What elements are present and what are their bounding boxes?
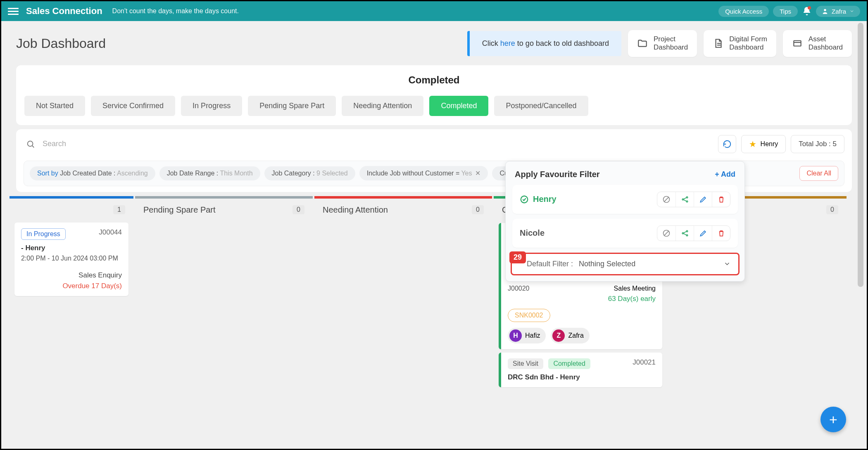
job-id: J00044	[99, 228, 122, 237]
tab-pending-spare-part[interactable]: Pending Spare Part	[248, 96, 336, 116]
job-category: Sales Meeting	[614, 285, 656, 292]
search-input[interactable]	[40, 135, 713, 152]
svg-line-21	[683, 234, 686, 235]
tips-button[interactable]: Tips	[773, 6, 798, 17]
add-job-fab[interactable]: +	[820, 407, 846, 432]
add-favourite-button[interactable]: + Add	[715, 170, 735, 179]
svg-rect-3	[794, 41, 801, 46]
column-count: 0	[472, 205, 484, 214]
tab-completed[interactable]: Completed	[429, 96, 488, 116]
favourite-filter-button[interactable]: ★ Henry	[741, 135, 786, 153]
job-company: DRC Sdn Bhd - Henry	[508, 373, 656, 381]
reference-badge: SNK0002	[508, 309, 550, 322]
svg-point-18	[686, 230, 687, 232]
user-icon	[822, 8, 828, 14]
status-tabs: Not Started Service Confirmed In Progres…	[24, 96, 844, 116]
user-menu[interactable]: Zafra	[816, 6, 860, 17]
svg-line-20	[683, 232, 686, 233]
hamburger-icon[interactable]	[8, 6, 19, 17]
search-filter-panel: ★ Henry Total Job : 5 Sort by Job Create…	[16, 129, 852, 192]
panel-heading: Completed	[24, 74, 844, 86]
app-title: Sales Connection	[26, 6, 102, 17]
svg-line-13	[683, 198, 686, 199]
tab-postponed-cancelled[interactable]: Postponed/Cancelled	[494, 96, 588, 116]
callout-badge: 29	[509, 251, 526, 263]
chevron-down-icon	[849, 9, 854, 14]
job-type-badge: Site Visit	[508, 358, 543, 369]
visibility-icon[interactable]	[657, 192, 675, 207]
old-dashboard-link[interactable]: here	[500, 39, 515, 47]
tagline: Don't count the days, make the days coun…	[112, 7, 239, 15]
page-title: Job Dashboard	[16, 36, 106, 51]
svg-point-17	[682, 232, 683, 234]
tab-service-confirmed[interactable]: Service Confirmed	[91, 96, 175, 116]
document-icon	[713, 38, 723, 49]
column-pending-spare-part: Pending Spare Part0	[135, 196, 313, 391]
user-name: Zafra	[832, 8, 846, 15]
digital-form-dashboard-button[interactable]: Digital FormDashboard	[704, 30, 776, 57]
notifications-icon[interactable]	[802, 6, 812, 16]
column-count: 0	[293, 205, 304, 214]
quick-access-button[interactable]: Quick Access	[718, 6, 769, 17]
share-icon[interactable]	[675, 226, 694, 241]
share-icon[interactable]	[675, 192, 694, 207]
assignees: HHafiz ZZafra	[508, 328, 656, 343]
job-time: 2:00 PM - 10 Jun 2024 03:00 PM	[21, 255, 122, 262]
total-job-count: Total Job : 5	[791, 135, 844, 153]
assignee[interactable]: ZZafra	[551, 328, 589, 343]
delete-icon[interactable]	[712, 192, 730, 207]
job-card[interactable]: In Progress J00044 - Henry 2:00 PM - 10 …	[14, 223, 128, 296]
favourite-filter-label: Henry	[761, 140, 778, 148]
folder-icon	[637, 38, 648, 49]
chevron-down-icon	[723, 260, 731, 268]
svg-line-16	[664, 231, 669, 236]
visibility-icon[interactable]	[657, 226, 675, 241]
chip-sort[interactable]: Sort by Job Created Date : Ascending	[30, 166, 155, 180]
column-needing-attention: Needing Attention0	[314, 196, 492, 391]
status-badge: Completed	[548, 358, 590, 369]
popover-title: Apply Favourite Filter	[515, 170, 600, 179]
tab-needing-attention[interactable]: Needing Attention	[342, 96, 423, 116]
refresh-button[interactable]	[718, 135, 736, 153]
favourite-filter-popover: Apply Favourite Filter + Add Henry Nicol…	[505, 161, 745, 282]
favourite-item-henry[interactable]: Henry	[512, 185, 738, 214]
job-card[interactable]: Site Visit Completed J00021 DRC Sdn Bhd …	[499, 353, 662, 387]
tab-not-started[interactable]: Not Started	[24, 96, 85, 116]
job-id: J00021	[633, 358, 656, 367]
favourite-item-actions	[657, 192, 730, 207]
column-count: 0	[826, 205, 838, 214]
page-header: Job Dashboard Click here to go back to o…	[1, 21, 867, 61]
favourite-item-actions	[657, 225, 730, 241]
edit-icon[interactable]	[694, 226, 712, 241]
job-id: J00020	[508, 285, 530, 292]
scrollbar[interactable]	[857, 23, 864, 446]
star-icon: ★	[749, 139, 756, 149]
job-title: - Henry	[21, 244, 122, 252]
assignee[interactable]: HHafiz	[508, 328, 546, 343]
svg-line-6	[32, 146, 34, 147]
svg-point-0	[824, 9, 826, 11]
status-tabs-panel: Completed Not Started Service Confirmed …	[16, 65, 852, 125]
svg-line-9	[664, 197, 669, 202]
avatar: Z	[552, 329, 565, 342]
clear-all-button[interactable]: Clear All	[799, 166, 838, 181]
svg-point-11	[686, 197, 687, 198]
chip-category[interactable]: Job Category : 9 Selected	[264, 166, 355, 180]
svg-line-14	[683, 200, 686, 201]
delete-icon[interactable]	[712, 226, 730, 241]
chip-remove-icon[interactable]: ✕	[475, 170, 480, 177]
column-count: 1	[113, 205, 125, 214]
asset-dashboard-button[interactable]: AssetDashboard	[783, 30, 852, 57]
svg-point-10	[682, 199, 683, 200]
default-filter-select[interactable]: 29 Default Filter : Nothing Selected	[511, 253, 740, 275]
early-label: 63 Day(s) early	[508, 295, 656, 303]
search-icon	[26, 140, 35, 149]
chip-include-without-customer[interactable]: Include Job without Customer = Yes✕	[359, 166, 488, 180]
svg-point-19	[686, 234, 687, 236]
overdue-label: Overdue 17 Day(s)	[21, 282, 122, 290]
edit-icon[interactable]	[694, 192, 712, 207]
chip-date-range[interactable]: Job Date Range : This Month	[159, 166, 260, 180]
favourite-item-nicole[interactable]: Nicole	[512, 219, 738, 248]
project-dashboard-button[interactable]: ProjectDashboard	[628, 30, 697, 57]
tab-in-progress[interactable]: In Progress	[181, 96, 242, 116]
